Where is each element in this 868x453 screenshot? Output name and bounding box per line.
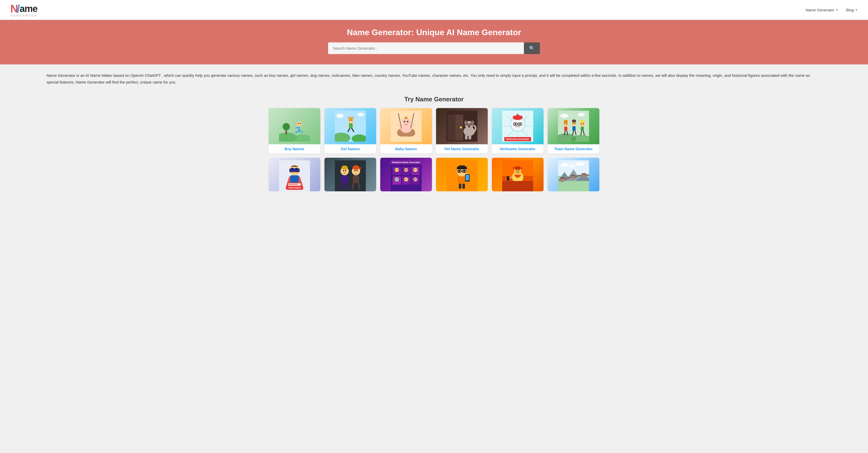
svg-point-108 [342,166,348,170]
svg-point-137 [407,169,407,170]
random-badge: Random Name Generator [390,160,423,165]
svg-point-128 [395,168,399,172]
cards-row-2: Fake Name Fake Name Generator [21,158,847,191]
svg-point-135 [397,169,398,170]
svg-point-151 [459,170,460,172]
card-random[interactable]: Random Name Generator Random Name Genera… [380,158,432,191]
svg-rect-164 [515,167,520,170]
character-illustration [335,160,366,191]
svg-point-48 [470,124,471,124]
card-youtube[interactable]: YouTube Name Generator [436,158,488,191]
svg-rect-161 [502,181,533,191]
svg-point-133 [413,177,417,181]
svg-point-130 [413,168,417,172]
svg-point-80 [572,119,576,122]
svg-point-40 [460,126,462,129]
chinese-illustration [558,160,589,191]
random-illustration [391,160,422,191]
svg-point-143 [407,179,407,180]
svg-rect-17 [349,123,352,128]
search-icon: 🔍 [529,46,535,51]
svg-point-144 [414,179,415,180]
cards-row-1: Boy Names [21,108,847,153]
nav-links: Name Generator ▼ Blog ▼ [805,8,858,12]
card-pet-name-image [436,108,488,144]
chevron-down-icon: ▼ [836,8,838,11]
svg-rect-156 [459,183,461,189]
svg-rect-166 [507,176,509,180]
card-chinese-image [548,158,599,191]
card-nickname-label: Nickname Generator [492,144,544,153]
hero-title: Name Generator: Unique AI Name Generator [10,28,858,37]
svg-rect-155 [458,176,465,183]
svg-point-74 [560,114,568,118]
card-character-image [324,158,376,191]
svg-rect-39 [448,115,456,140]
svg-line-110 [341,183,342,189]
svg-point-75 [578,113,585,116]
try-title: Try Name Generator [21,96,847,103]
svg-point-132 [404,177,408,181]
svg-point-83 [580,120,584,123]
svg-point-141 [397,179,398,180]
svg-rect-109 [342,175,348,183]
card-girl-names-label: Girl Names [324,144,376,153]
svg-point-89 [581,123,582,124]
card-boy-names[interactable]: Boy Names [269,108,320,153]
hero-banner: Name Generator: Unique AI Name Generator… [0,20,868,64]
svg-rect-121 [391,160,422,191]
card-girl-names-image [324,108,376,144]
card-boy-names-image [269,108,320,144]
svg-point-85 [572,123,574,124]
chevron-down-icon: ▼ [855,8,858,11]
svg-rect-51 [469,135,471,140]
svg-rect-104 [289,184,298,185]
svg-point-88 [566,123,567,124]
search-bar: 🔍 [328,43,540,54]
description-text: Name Generator is an AI Name Maker based… [46,72,822,85]
svg-point-129 [404,168,408,172]
card-baby-names[interactable]: Baby Names [380,108,432,153]
svg-point-25 [358,113,364,116]
boy-names-illustration [279,111,310,142]
svg-rect-78 [564,127,567,131]
svg-point-47 [468,124,469,124]
card-pet-name-label: Pet Name Generator [436,144,488,153]
card-team-name[interactable]: Team Name Generator [548,108,599,153]
card-nickname[interactable]: Nickname Generator Nickname Generator [492,108,544,153]
svg-point-3 [283,123,290,130]
card-random-image: Random Name Generator [380,158,432,191]
logo-name: ame [20,3,37,14]
svg-rect-179 [582,173,586,174]
card-fake-name[interactable]: Fake Name Fake Name Generator [269,158,320,191]
svg-point-86 [575,123,576,124]
svg-point-120 [356,170,358,171]
svg-rect-157 [462,183,465,189]
card-character[interactable]: Character Name Generator [324,158,376,191]
nav-name-generator-label: Name Generator [805,8,834,12]
card-country[interactable]: Country Name Generator [492,158,544,191]
svg-point-139 [416,169,417,170]
logo[interactable]: N / ame GENERATOR [10,3,37,17]
svg-point-119 [354,170,356,171]
svg-point-136 [405,169,406,170]
svg-point-168 [518,170,519,171]
nav-blog-label: Blog [846,8,854,12]
svg-point-180 [561,163,568,167]
card-girl-names[interactable]: Girl Names [324,108,376,153]
svg-point-134 [396,169,397,170]
card-chinese[interactable]: Chinese Name Generator [548,158,599,191]
nav-name-generator[interactable]: Name Generator ▼ [805,8,838,12]
search-button[interactable]: 🔍 [524,43,540,54]
svg-point-16 [349,117,353,120]
svg-point-22 [349,120,350,121]
svg-point-70 [519,123,521,125]
svg-point-9 [298,123,299,124]
svg-rect-50 [465,135,468,140]
svg-point-112 [343,170,344,171]
card-pet-name[interactable]: Pet Name Generator [436,108,488,153]
search-input[interactable] [328,43,524,54]
nav-blog[interactable]: Blog ▼ [846,8,858,12]
svg-point-142 [405,179,406,180]
svg-point-115 [352,165,359,170]
